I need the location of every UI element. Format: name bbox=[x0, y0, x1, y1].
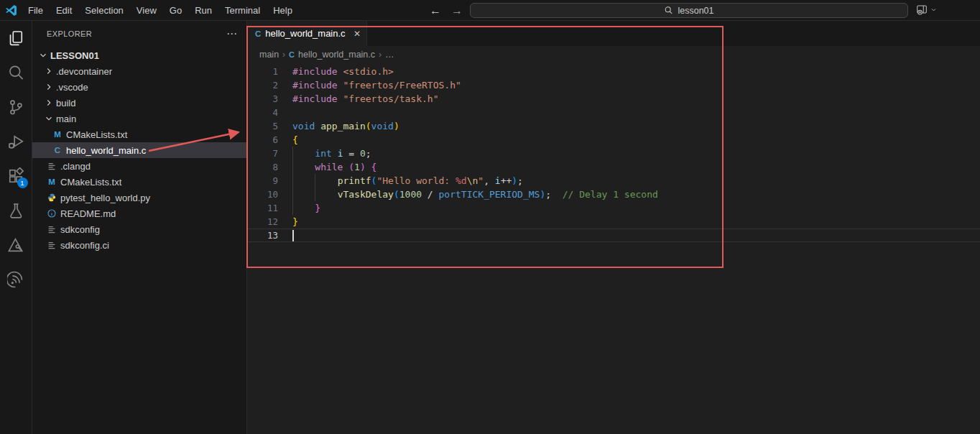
line-number[interactable]: 1 bbox=[248, 65, 278, 78]
file-tree: LESSON01.devcontainer.vscodebuildmainMCM… bbox=[32, 47, 246, 253]
code-line-9[interactable]: 9 printf("Hello world: %d\n", i++); bbox=[248, 174, 980, 188]
code-line-6[interactable]: 6{ bbox=[248, 133, 980, 147]
more-actions-icon[interactable]: ⋯ bbox=[226, 30, 238, 37]
search-icon bbox=[664, 6, 673, 15]
menu-item[interactable]: Run bbox=[188, 0, 218, 20]
explorer-title: EXPLORER bbox=[47, 29, 92, 38]
tree-item--vscode[interactable]: .vscode bbox=[32, 79, 246, 95]
code-line-5[interactable]: 5void app_main(void) bbox=[248, 119, 980, 133]
indent-guide bbox=[292, 174, 293, 188]
command-center-search[interactable]: lesson01 bbox=[470, 3, 908, 18]
back-arrow-icon[interactable]: ← bbox=[430, 5, 441, 17]
tree-item-label: sdkconfig bbox=[60, 224, 100, 235]
code-line-3[interactable]: 3#include "freertos/task.h" bbox=[248, 92, 980, 106]
code-line-12[interactable]: 12} bbox=[248, 215, 980, 228]
tree-item-label: CMakeLists.txt bbox=[60, 177, 121, 188]
tree-item--devcontainer[interactable]: .devcontainer bbox=[32, 63, 246, 79]
menu-item[interactable]: Help bbox=[267, 0, 299, 20]
layout-controls[interactable] bbox=[915, 3, 937, 16]
indent-guide bbox=[315, 188, 315, 201]
source-control-icon[interactable] bbox=[0, 90, 32, 124]
line-number[interactable]: 11 bbox=[248, 201, 278, 215]
c-file-icon: c bbox=[255, 29, 261, 38]
tree-item-label: sdkconfig.ci bbox=[60, 240, 109, 251]
espressif-idf-icon[interactable] bbox=[0, 262, 32, 297]
code-line-7[interactable]: 7 int i = 0; bbox=[248, 147, 980, 160]
activity-bar: 1 bbox=[0, 21, 32, 434]
menu-item[interactable]: Terminal bbox=[218, 0, 267, 20]
explorer-header: EXPLORER ⋯ bbox=[32, 21, 246, 46]
line-number[interactable]: 4 bbox=[248, 106, 278, 119]
run-and-debug-icon[interactable] bbox=[0, 124, 32, 159]
indent-guide bbox=[292, 147, 293, 160]
tree-item-label: .vscode bbox=[56, 82, 88, 93]
menu-item[interactable]: Edit bbox=[50, 0, 78, 20]
menu-item[interactable]: Selection bbox=[78, 0, 129, 20]
cmake-tools-icon[interactable] bbox=[0, 228, 32, 262]
extensions-badge: 1 bbox=[17, 177, 28, 188]
tree-item-label: build bbox=[56, 98, 75, 108]
line-number[interactable]: 12 bbox=[248, 215, 278, 228]
tree-item-sdkconfig[interactable]: sdkconfig bbox=[32, 221, 246, 237]
breadcrumb-more[interactable]: … bbox=[385, 50, 394, 60]
chevron-right-icon: › bbox=[379, 50, 382, 60]
line-number[interactable]: 8 bbox=[248, 160, 278, 174]
breadcrumb-file[interactable]: hello_world_main.c bbox=[298, 50, 375, 60]
code-line-13[interactable]: 13 bbox=[248, 228, 980, 242]
line-number[interactable]: 6 bbox=[248, 133, 278, 147]
line-number[interactable]: 9 bbox=[248, 174, 278, 188]
code-area[interactable]: 1#include <stdio.h>2#include "freertos/F… bbox=[248, 65, 980, 434]
tree-item-cmakelists-txt[interactable]: MCMakeLists.txt bbox=[32, 126, 246, 142]
code-line-1[interactable]: 1#include <stdio.h> bbox=[248, 65, 980, 78]
tree-item-hello-world-main-c[interactable]: Chello_world_main.c bbox=[32, 142, 246, 158]
close-icon[interactable]: ✕ bbox=[353, 29, 361, 39]
line-number[interactable]: 5 bbox=[248, 119, 278, 133]
explorer-sidebar: EXPLORER ⋯ LESSON01.devcontainer.vscodeb… bbox=[32, 21, 247, 434]
code-text: #include <stdio.h> bbox=[292, 65, 980, 78]
search-view-icon[interactable] bbox=[0, 55, 32, 90]
line-number[interactable]: 3 bbox=[248, 92, 278, 106]
tree-item-label: main bbox=[56, 114, 76, 124]
code-line-4[interactable]: 4 bbox=[248, 106, 980, 119]
extensions-icon[interactable]: 1 bbox=[0, 159, 32, 193]
code-line-2[interactable]: 2#include "freertos/FreeRTOS.h" bbox=[248, 78, 980, 92]
code-line-8[interactable]: 8 while (1) { bbox=[248, 160, 980, 174]
customize-layout-icon bbox=[915, 3, 928, 16]
line-number[interactable]: 7 bbox=[248, 147, 278, 160]
tab-hello-world-main[interactable]: c hello_world_main.c ✕ bbox=[248, 21, 367, 46]
line-number[interactable]: 13 bbox=[248, 229, 278, 241]
code-text: int i = 0; bbox=[292, 147, 980, 160]
tree-item-sdkconfig-ci[interactable]: sdkconfig.ci bbox=[32, 237, 246, 253]
tree-item-readme-md[interactable]: README.md bbox=[32, 206, 246, 221]
editor-group: c hello_world_main.c ✕ main › c hello_wo… bbox=[248, 21, 980, 434]
tree-item-build[interactable]: build bbox=[32, 95, 246, 111]
chevron-right-icon bbox=[43, 97, 55, 108]
menu-item[interactable]: File bbox=[22, 0, 50, 20]
code-line-10[interactable]: 10 vTaskDelay(1000 / portTICK_PERIOD_MS)… bbox=[248, 188, 980, 201]
indent-guide bbox=[315, 174, 315, 188]
code-text: while (1) { bbox=[292, 160, 980, 174]
explorer-icon[interactable] bbox=[0, 21, 32, 55]
menu-item[interactable]: Go bbox=[163, 0, 188, 20]
menu-item[interactable]: View bbox=[130, 0, 163, 20]
tree-item-lesson01[interactable]: LESSON01 bbox=[32, 47, 246, 63]
chevron-down-icon bbox=[43, 113, 55, 124]
testing-icon[interactable] bbox=[0, 193, 32, 228]
code-text: } bbox=[292, 215, 980, 228]
menu-bar: FileEditSelectionViewGoRunTerminalHelp bbox=[22, 0, 299, 20]
breadcrumb-folder[interactable]: main bbox=[259, 50, 279, 60]
tree-item-pytest-hello-world-py[interactable]: pytest_hello_world.py bbox=[32, 190, 246, 206]
line-number[interactable]: 10 bbox=[248, 188, 278, 201]
forward-arrow-icon[interactable]: → bbox=[451, 5, 463, 17]
code-text: void app_main(void) bbox=[292, 119, 980, 133]
tree-item--clangd[interactable]: .clangd bbox=[32, 158, 246, 174]
tree-item-main[interactable]: main bbox=[32, 111, 246, 126]
line-number[interactable]: 2 bbox=[248, 78, 278, 92]
history-nav: ← → bbox=[430, 0, 463, 21]
code-line-11[interactable]: 11 } bbox=[248, 201, 980, 215]
tree-item-label: LESSON01 bbox=[50, 50, 99, 61]
tree-item-label: README.md bbox=[60, 208, 116, 219]
code-text: #include "freertos/FreeRTOS.h" bbox=[292, 78, 980, 92]
tree-item-cmakelists-txt[interactable]: MCMakeLists.txt bbox=[32, 174, 246, 190]
chevron-right-icon bbox=[43, 81, 55, 93]
